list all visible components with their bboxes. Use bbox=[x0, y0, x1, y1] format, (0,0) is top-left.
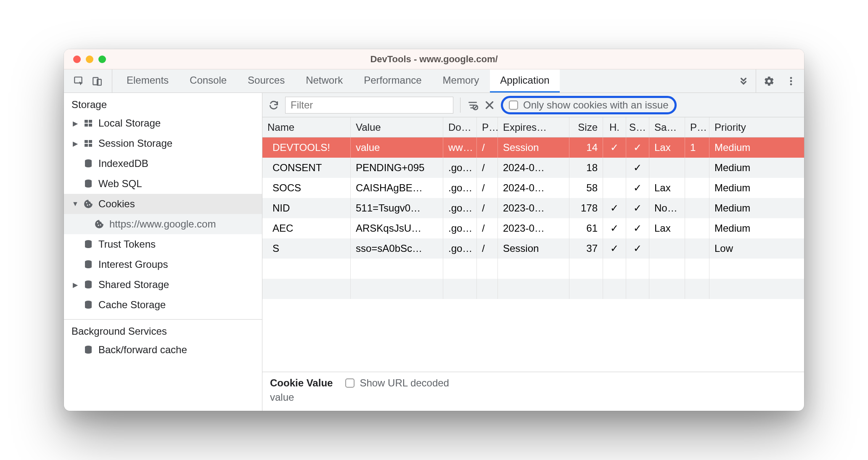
sidebar-item-indexeddb[interactable]: ▶IndexedDB bbox=[64, 153, 262, 174]
cell-samesite bbox=[649, 238, 685, 259]
db-icon bbox=[82, 178, 94, 190]
tab-network[interactable]: Network bbox=[296, 69, 353, 93]
tab-console[interactable]: Console bbox=[180, 69, 237, 93]
sidebar-item-local-storage[interactable]: ▶Local Storage bbox=[64, 113, 262, 133]
sidebar-item-label: https://www.google.com bbox=[109, 218, 216, 230]
cookies-panel: Only show cookies with an issue NameValu… bbox=[262, 93, 804, 411]
sidebar-item-web-sql[interactable]: ▶Web SQL bbox=[64, 174, 262, 194]
cell-path: / bbox=[477, 178, 498, 198]
col-1[interactable]: Value bbox=[351, 117, 443, 137]
tab-application[interactable]: Application bbox=[490, 69, 559, 93]
clear-all-icon[interactable] bbox=[484, 100, 495, 111]
cell-expires: Session bbox=[498, 137, 569, 158]
table-row-empty bbox=[262, 259, 804, 279]
cell-value: 511=Tsugv0… bbox=[351, 198, 443, 218]
db-icon bbox=[82, 259, 94, 270]
cookie-detail-label: Cookie Value bbox=[270, 377, 333, 389]
table-row[interactable]: Ssso=sA0bSc….go…/Session37✓✓Low bbox=[262, 238, 804, 259]
grid-icon bbox=[82, 137, 94, 149]
cell-name: SOCS bbox=[262, 178, 351, 198]
only-issues-label: Only show cookies with an issue bbox=[523, 99, 669, 111]
sidebar-item-label: Interest Groups bbox=[98, 259, 168, 270]
cell-partition bbox=[685, 198, 709, 218]
sidebar-item-back-forward-cache[interactable]: ▶Back/forward cache bbox=[64, 340, 262, 360]
sidebar-item-label: Shared Storage bbox=[98, 279, 169, 291]
tab-memory[interactable]: Memory bbox=[433, 69, 490, 93]
table-row[interactable]: DEVTOOLS!valueww…/Session14✓✓Lax1Medium bbox=[262, 137, 804, 158]
col-10[interactable]: Priority bbox=[709, 117, 804, 137]
cookies-filterbar: Only show cookies with an issue bbox=[262, 93, 804, 117]
col-9[interactable]: P… bbox=[685, 117, 709, 137]
only-issues-option[interactable]: Only show cookies with an issue bbox=[501, 96, 677, 114]
sidebar-section-storage: Storage bbox=[64, 93, 262, 113]
svg-point-19 bbox=[97, 222, 98, 224]
sidebar-item-label: Trust Tokens bbox=[98, 238, 156, 250]
tab-sources[interactable]: Sources bbox=[238, 69, 295, 93]
col-5[interactable]: Size bbox=[569, 117, 603, 137]
cell-secure: ✓ bbox=[626, 158, 649, 178]
sidebar-item-cache-storage[interactable]: ▶Cache Storage bbox=[64, 295, 262, 315]
cell-priority: Low bbox=[709, 238, 804, 259]
zoom-window-button[interactable] bbox=[98, 56, 106, 63]
cell-expires: 2023-0… bbox=[498, 218, 569, 238]
table-row[interactable]: CONSENTPENDING+095.go…/2024-0…18✓Medium bbox=[262, 158, 804, 178]
cell-value: CAISHAgBE… bbox=[351, 178, 443, 198]
table-row[interactable]: SOCSCAISHAgBE….go…/2024-0…58✓LaxMedium bbox=[262, 178, 804, 198]
tab-performance[interactable]: Performance bbox=[354, 69, 431, 93]
inspect-element-icon[interactable] bbox=[73, 76, 84, 87]
col-2[interactable]: Do… bbox=[443, 117, 477, 137]
more-tabs-icon[interactable] bbox=[731, 69, 756, 93]
kebab-menu-icon[interactable] bbox=[786, 76, 797, 87]
cell-value: ARSKqsJsU… bbox=[351, 218, 443, 238]
sidebar-item-trust-tokens[interactable]: ▶Trust Tokens bbox=[64, 234, 262, 254]
sidebar-item-session-storage[interactable]: ▶Session Storage bbox=[64, 133, 262, 153]
col-7[interactable]: S… bbox=[626, 117, 649, 137]
sidebar-section-background: Background Services bbox=[64, 320, 262, 340]
cell-samesite: No… bbox=[649, 198, 685, 218]
settings-icon[interactable] bbox=[764, 76, 775, 87]
chevron-down-icon[interactable]: ▼ bbox=[72, 200, 78, 208]
table-row[interactable]: NID511=Tsugv0….go…/2023-0…178✓✓No…Medium bbox=[262, 198, 804, 218]
col-8[interactable]: Sa… bbox=[649, 117, 685, 137]
col-0[interactable]: Name bbox=[262, 117, 351, 137]
svg-line-31 bbox=[474, 106, 477, 108]
col-3[interactable]: P… bbox=[477, 117, 498, 137]
col-6[interactable]: H. bbox=[603, 117, 626, 137]
refresh-icon[interactable] bbox=[268, 100, 279, 111]
tab-elements[interactable]: Elements bbox=[116, 69, 179, 93]
sidebar-item-label: Cache Storage bbox=[98, 299, 166, 311]
cell-value: value bbox=[351, 137, 443, 158]
chevron-right-icon[interactable]: ▶ bbox=[72, 281, 78, 289]
db-icon bbox=[82, 279, 94, 291]
sidebar-item-shared-storage[interactable]: ▶Shared Storage bbox=[64, 275, 262, 295]
show-url-decoded-checkbox[interactable] bbox=[345, 378, 355, 388]
chevron-right-icon[interactable]: ▶ bbox=[72, 140, 78, 148]
clear-filter-icon[interactable] bbox=[467, 100, 478, 111]
cookies-filter-input[interactable] bbox=[285, 97, 453, 114]
chevron-right-icon[interactable]: ▶ bbox=[72, 119, 78, 127]
cell-http: ✓ bbox=[603, 137, 626, 158]
sidebar-item-label: Session Storage bbox=[98, 137, 172, 149]
cell-domain: .go… bbox=[443, 218, 477, 238]
sidebar-item-https-www-google-com[interactable]: ▶https://www.google.com bbox=[64, 214, 262, 234]
cookie-detail-value: value bbox=[270, 391, 797, 403]
only-issues-checkbox[interactable] bbox=[509, 100, 518, 110]
cell-size: 14 bbox=[569, 137, 603, 158]
table-row[interactable]: AECARSKqsJsU….go…/2023-0…61✓✓LaxMedium bbox=[262, 218, 804, 238]
minimize-window-button[interactable] bbox=[86, 56, 93, 63]
cell-size: 18 bbox=[569, 158, 603, 178]
cell-size: 178 bbox=[569, 198, 603, 218]
close-window-button[interactable] bbox=[73, 56, 81, 63]
sidebar-item-cookies[interactable]: ▼Cookies bbox=[64, 194, 262, 214]
device-mode-icon[interactable] bbox=[92, 76, 103, 87]
cell-priority: Medium bbox=[709, 137, 804, 158]
col-4[interactable]: Expires… bbox=[498, 117, 569, 137]
svg-rect-0 bbox=[74, 77, 82, 83]
show-url-decoded-option[interactable]: Show URL decoded bbox=[345, 377, 449, 389]
sidebar-item-interest-groups[interactable]: ▶Interest Groups bbox=[64, 254, 262, 275]
devtools-window: DevTools - www.google.com/ ElementsConso… bbox=[64, 49, 804, 411]
cell-priority: Medium bbox=[709, 158, 804, 178]
cell-partition: 1 bbox=[685, 137, 709, 158]
cell-name: S bbox=[262, 238, 351, 259]
cell-domain: .go… bbox=[443, 178, 477, 198]
